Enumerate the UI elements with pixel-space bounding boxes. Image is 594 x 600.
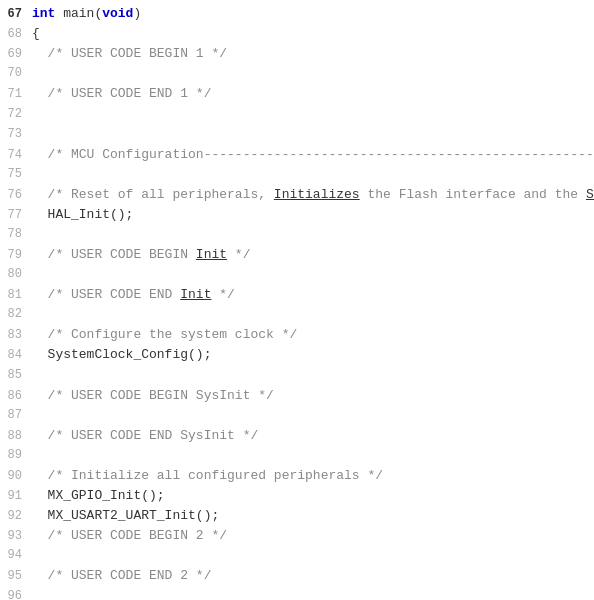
- line-number: 92: [0, 507, 32, 526]
- line-number: 80: [0, 265, 32, 284]
- line-number: 79: [0, 246, 32, 265]
- line-number: 84: [0, 346, 32, 365]
- line-number: 86: [0, 387, 32, 406]
- code-line: 75: [0, 165, 594, 185]
- line-content: int main(void): [32, 4, 586, 24]
- line-number: 93: [0, 527, 32, 546]
- code-line: 94: [0, 546, 594, 566]
- line-content: /* USER CODE BEGIN 2 */: [32, 526, 586, 546]
- code-line: 76 /* Reset of all peripherals, Initiali…: [0, 185, 594, 205]
- line-number: 68: [0, 25, 32, 44]
- line-number: 74: [0, 146, 32, 165]
- line-content: /* USER CODE BEGIN Init */: [32, 245, 586, 265]
- code-line: 82: [0, 305, 594, 325]
- line-content: /* USER CODE END 2 */: [32, 566, 586, 586]
- line-number: 90: [0, 467, 32, 486]
- line-number: 81: [0, 286, 32, 305]
- line-content: /* Configure the system clock */: [32, 325, 586, 345]
- line-number: 88: [0, 427, 32, 446]
- code-line: 81 /* USER CODE END Init */: [0, 285, 594, 305]
- line-number: 69: [0, 45, 32, 64]
- line-content: /* USER CODE BEGIN SysInit */: [32, 386, 586, 406]
- code-line: 90 /* Initialize all configured peripher…: [0, 466, 594, 486]
- code-line: 78: [0, 225, 594, 245]
- line-number: 83: [0, 326, 32, 345]
- code-line: 95 /* USER CODE END 2 */: [0, 566, 594, 586]
- line-number: 76: [0, 186, 32, 205]
- line-content: /* MCU Configuration--------------------…: [32, 145, 594, 165]
- code-line: 73: [0, 125, 594, 145]
- code-line: 77 HAL_Init();: [0, 205, 594, 225]
- line-content: HAL_Init();: [32, 205, 586, 225]
- line-number: 95: [0, 567, 32, 586]
- code-line: 84 SystemClock_Config();: [0, 345, 594, 365]
- line-number: 71: [0, 85, 32, 104]
- code-line: 93 /* USER CODE BEGIN 2 */: [0, 526, 594, 546]
- line-number: 94: [0, 546, 32, 565]
- line-number: 87: [0, 406, 32, 425]
- line-content: /* USER CODE BEGIN 1 */: [32, 44, 586, 64]
- code-line: 74 /* MCU Configuration-----------------…: [0, 145, 594, 165]
- line-content: /* Initialize all configured peripherals…: [32, 466, 586, 486]
- line-number: 89: [0, 446, 32, 465]
- line-number: 75: [0, 165, 32, 184]
- code-line: 91 MX_GPIO_Init();: [0, 486, 594, 506]
- code-line: 92 MX_USART2_UART_Init();: [0, 506, 594, 526]
- code-line: 89: [0, 446, 594, 466]
- line-content: /* USER CODE END SysInit */: [32, 426, 586, 446]
- line-content: /* Reset of all peripherals, Initializes…: [32, 185, 594, 205]
- code-line: 70: [0, 64, 594, 84]
- line-number: 72: [0, 105, 32, 124]
- line-number: 85: [0, 366, 32, 385]
- line-number: 78: [0, 225, 32, 244]
- code-line: 79 /* USER CODE BEGIN Init */: [0, 245, 594, 265]
- lines-wrapper: 67int main(void)68{69 /* USER CODE BEGIN…: [0, 4, 594, 600]
- code-line: 96: [0, 587, 594, 600]
- line-number: 70: [0, 64, 32, 83]
- line-content: /* USER CODE END 1 */: [32, 84, 586, 104]
- line-content: {: [32, 24, 586, 44]
- line-number: 82: [0, 305, 32, 324]
- code-line: 80: [0, 265, 594, 285]
- line-number: 67: [0, 5, 32, 24]
- code-line: 69 /* USER CODE BEGIN 1 */: [0, 44, 594, 64]
- line-content: MX_GPIO_Init();: [32, 486, 586, 506]
- code-line: 68{: [0, 24, 594, 44]
- line-content: SystemClock_Config();: [32, 345, 586, 365]
- line-number: 73: [0, 125, 32, 144]
- line-number: 91: [0, 487, 32, 506]
- code-line: 86 /* USER CODE BEGIN SysInit */: [0, 386, 594, 406]
- code-line: 72: [0, 105, 594, 125]
- code-line: 71 /* USER CODE END 1 */: [0, 84, 594, 104]
- code-line: 83 /* Configure the system clock */: [0, 325, 594, 345]
- code-line: 67int main(void): [0, 4, 594, 24]
- code-line: 85: [0, 366, 594, 386]
- code-line: 88 /* USER CODE END SysInit */: [0, 426, 594, 446]
- code-line: 87: [0, 406, 594, 426]
- line-content: /* USER CODE END Init */: [32, 285, 586, 305]
- line-content: MX_USART2_UART_Init();: [32, 506, 586, 526]
- line-number: 77: [0, 206, 32, 225]
- line-number: 96: [0, 587, 32, 600]
- code-viewer: 67int main(void)68{69 /* USER CODE BEGIN…: [0, 0, 594, 600]
